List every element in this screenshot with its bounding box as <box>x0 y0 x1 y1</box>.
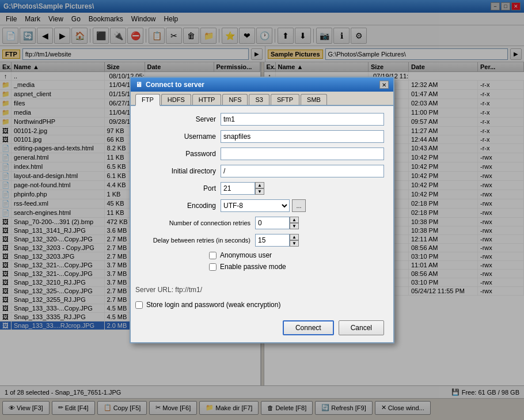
retries-spin-controls: ▲ ▼ <box>290 217 299 229</box>
tab-sftp[interactable]: SFTP <box>271 94 299 105</box>
delay-spin-down[interactable]: ▼ <box>290 240 299 247</box>
encoding-more-button[interactable]: ... <box>292 199 306 212</box>
store-login-label: Store login and password (weak encryptio… <box>146 301 280 309</box>
delay-input[interactable] <box>255 234 290 247</box>
retries-row: Number of connection retries ▲ ▼ <box>140 217 384 229</box>
delay-spinbox: ▲ ▼ <box>255 234 299 247</box>
dialog-close-button[interactable]: ✕ <box>379 81 389 89</box>
password-label: Password <box>140 150 221 158</box>
initial-dir-label: Initial directory <box>140 167 221 175</box>
anonymous-label: Anonymous user <box>220 251 272 259</box>
tab-hdfs[interactable]: HDFS <box>161 94 191 105</box>
password-input[interactable] <box>221 147 384 160</box>
dialog-title-text: 🖥 Connect to server <box>135 81 204 89</box>
port-spinbox: ▲ ▼ <box>221 182 264 195</box>
port-spin-up[interactable]: ▲ <box>255 182 264 188</box>
port-row: Port ▲ ▼ <box>140 182 384 195</box>
tab-ftp[interactable]: FTP <box>135 94 160 106</box>
tab-http[interactable]: HTTP <box>192 94 222 105</box>
connect-button[interactable]: Connect <box>283 320 334 335</box>
dialog-body: Server Username Password Initial directo… <box>131 106 393 281</box>
dialog-title-label: Connect to server <box>146 81 204 89</box>
port-input[interactable] <box>221 182 255 195</box>
tab-nfs[interactable]: NFS <box>222 94 248 105</box>
anonymous-row: Anonymous user <box>209 251 384 259</box>
passive-checkbox[interactable] <box>209 263 217 271</box>
initial-dir-row: Initial directory <box>140 165 384 177</box>
server-row: Server <box>140 113 384 126</box>
retries-spin-up[interactable]: ▲ <box>290 217 299 223</box>
dialog-buttons: Connect Cancel <box>131 316 393 342</box>
store-login-checkbox[interactable] <box>135 301 143 309</box>
dialog-title-icon: 🖥 <box>135 81 142 89</box>
dialog-tabs: FTP HDFS HTTP NFS S3 SFTP SMB <box>131 92 393 106</box>
delay-spin-controls: ▲ ▼ <box>290 234 299 247</box>
retries-spin-down[interactable]: ▼ <box>290 223 299 229</box>
port-spin-controls: ▲ ▼ <box>255 182 264 195</box>
delay-row: Delay between retries (in seconds) ▲ ▼ <box>140 234 384 247</box>
tab-s3[interactable]: S3 <box>249 94 269 105</box>
encoding-select[interactable]: UTF-8 ISO-8859-1 Windows-1252 <box>221 199 290 212</box>
connect-dialog: 🖥 Connect to server ✕ FTP HDFS HTTP NFS … <box>130 77 394 343</box>
tab-smb[interactable]: SMB <box>301 94 327 105</box>
password-row: Password <box>140 147 384 160</box>
passive-label: Enable passive mode <box>220 263 286 271</box>
dialog-overlay: 🖥 Connect to server ✕ FTP HDFS HTTP NFS … <box>0 0 524 420</box>
retries-label: Number of connection retries <box>140 220 255 226</box>
username-row: Username <box>140 130 384 143</box>
port-label: Port <box>140 184 221 192</box>
retries-input[interactable] <box>255 217 290 229</box>
cancel-button[interactable]: Cancel <box>339 320 384 335</box>
server-url-display: Server URL: ftp://tm1/ <box>131 283 393 296</box>
initial-dir-input[interactable] <box>221 165 384 177</box>
delay-label: Delay between retries (in seconds) <box>140 237 255 244</box>
username-input[interactable] <box>221 130 384 143</box>
dialog-title-bar: 🖥 Connect to server ✕ <box>131 78 393 92</box>
store-login-row: Store login and password (weak encryptio… <box>135 301 389 309</box>
port-spin-down[interactable]: ▼ <box>255 188 264 195</box>
encoding-label: Encoding <box>140 202 221 210</box>
username-label: Username <box>140 133 221 141</box>
server-label: Server <box>140 115 221 123</box>
server-input[interactable] <box>221 113 384 126</box>
encoding-controls: UTF-8 ISO-8859-1 Windows-1252 ... <box>221 199 306 212</box>
passive-row: Enable passive mode <box>209 263 384 271</box>
delay-spin-up[interactable]: ▲ <box>290 234 299 240</box>
retries-spinbox: ▲ ▼ <box>255 217 299 229</box>
encoding-row: Encoding UTF-8 ISO-8859-1 Windows-1252 .… <box>140 199 384 212</box>
anonymous-checkbox[interactable] <box>209 252 217 259</box>
